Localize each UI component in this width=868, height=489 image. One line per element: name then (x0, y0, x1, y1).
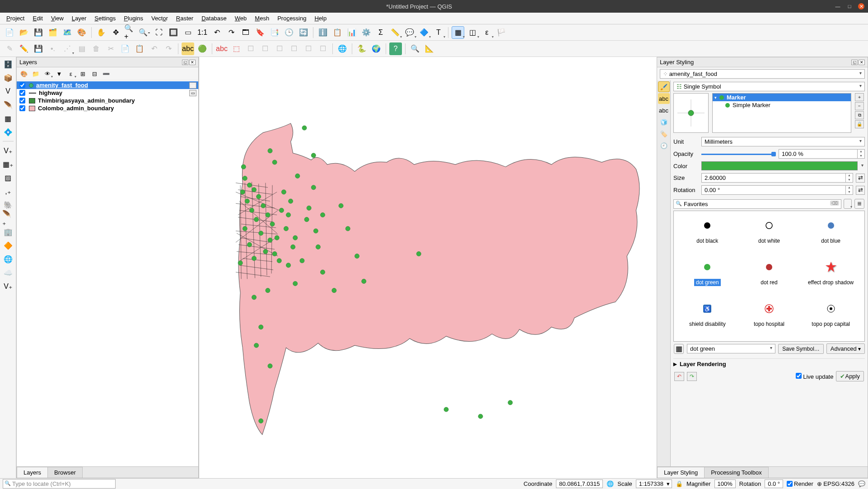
scale-field[interactable]: 1:157338▾ (636, 480, 672, 488)
new-spatialite-icon[interactable]: 🪶 (2, 99, 14, 111)
zoom-native-icon[interactable]: 1:1 (196, 26, 209, 39)
save-symbol-button[interactable]: Save Symbol… (778, 344, 824, 354)
remove-layer-icon[interactable]: ➖ (101, 69, 111, 79)
map-tips-icon[interactable]: 💬 (403, 26, 416, 39)
layer-row-colombo[interactable]: Colombo_admin_boundary (17, 104, 198, 112)
menu-layer[interactable]: Layer (68, 14, 90, 23)
symbol-settings-icon[interactable]: ≡ (854, 199, 864, 209)
vtab-labels-icon[interactable]: abc (658, 93, 670, 104)
apply-button[interactable]: ✔Apply (836, 371, 864, 381)
add-wms-icon[interactable]: 🌐 (2, 253, 14, 265)
manage-visibility-icon[interactable]: 👁 (42, 69, 52, 79)
magnifier-field[interactable]: 100% (714, 480, 736, 488)
label-tb3-icon[interactable]: ☐ (244, 42, 257, 55)
grid-view-icon[interactable]: ▦ (674, 344, 684, 354)
add-postgis-icon[interactable]: 🐘 (2, 198, 14, 211)
label-tb7-icon[interactable]: ☐ (302, 42, 315, 55)
symbol-dot-white[interactable]: dot white (739, 215, 799, 254)
menu-edit[interactable]: Edit (29, 14, 46, 23)
pan-to-selection-icon[interactable]: ✥ (109, 26, 122, 39)
statistics-icon[interactable]: Σ (374, 26, 387, 39)
layer-checkbox[interactable] (19, 90, 25, 96)
pan-icon[interactable]: ✋ (95, 26, 107, 39)
minimize-button[interactable]: — (835, 3, 841, 9)
label-tb6-icon[interactable]: ☐ (288, 42, 300, 55)
layer-checkbox[interactable] (19, 98, 25, 103)
symbol-effect-drop-shadow[interactable]: effect drop shadow (801, 256, 861, 296)
label-tb8-icon[interactable]: ☐ (317, 42, 329, 55)
target-layer-combo[interactable]: ⁘ amenity_fast_food (660, 69, 865, 79)
deselect-icon[interactable]: ◫ (466, 26, 479, 39)
menu-web[interactable]: Web (231, 14, 251, 23)
layer-indicator-icon[interactable]: ▭ (189, 90, 196, 96)
lock-scale-icon[interactable]: 🔒 (676, 480, 683, 487)
extents-icon[interactable]: 🌐 (607, 480, 614, 487)
add-vector-icon[interactable]: V₊ (2, 144, 14, 157)
menu-help[interactable]: Help (311, 14, 330, 23)
undo-style-icon[interactable]: ↶ (674, 372, 684, 381)
symbol-filter-icon[interactable] (844, 199, 852, 209)
cut-features-icon[interactable]: ✂ (104, 42, 117, 55)
save-project-icon[interactable]: 💾 (32, 26, 45, 39)
unit-combo[interactable]: Millimeters (701, 137, 865, 146)
map-canvas[interactable] (199, 57, 657, 478)
add-spatialite-icon[interactable]: 🪶₊ (2, 212, 14, 225)
symbol-topo-hospital[interactable]: topo hospital (739, 298, 799, 338)
locator-input[interactable]: Type to locate (Ctrl+K) (3, 479, 116, 489)
annotation-icon[interactable]: T (432, 26, 445, 39)
add-symlayer-icon[interactable]: ＋ (855, 93, 864, 101)
new-map-view-icon[interactable]: 🗔 (239, 26, 252, 39)
zoom-in-icon[interactable]: 🔍+ (124, 26, 136, 39)
select-by-value-icon[interactable]: ▦ (452, 26, 464, 39)
open-project-icon[interactable]: 📂 (18, 26, 30, 39)
python-console-icon[interactable]: 🐍 (355, 42, 368, 55)
layer-indicator-icon[interactable]: ▭ (189, 82, 196, 89)
metasearch-icon[interactable]: 🌍 (370, 42, 383, 55)
opacity-slider[interactable] (701, 151, 776, 157)
measure-icon[interactable]: 📏 (389, 26, 401, 39)
maximize-button[interactable]: □ (846, 3, 853, 9)
open-layer-styling-icon[interactable]: 🎨 (19, 69, 29, 79)
tab-layers[interactable]: Layers (17, 467, 48, 478)
refresh-icon[interactable]: 🔄 (297, 26, 310, 39)
add-mssql-icon[interactable]: 🏢 (2, 226, 14, 238)
new-shapefile-icon[interactable]: V (2, 85, 14, 98)
open-data-source-icon[interactable]: 🗄️ (2, 58, 14, 71)
zoom-next-icon[interactable]: ↷ (225, 26, 238, 39)
tab-processing-toolbox[interactable]: Processing Toolbox (704, 467, 769, 478)
current-edits-icon[interactable]: ✎ (3, 42, 16, 55)
label-tb4-icon[interactable]: ☐ (259, 42, 271, 55)
live-update-checkbox[interactable]: Live update (796, 373, 834, 380)
labeling-icon[interactable]: abc (182, 42, 194, 55)
toolbox-icon[interactable]: ⚙️ (360, 26, 373, 39)
rotation-input[interactable]: 0.00 °▲▼ (701, 185, 853, 195)
add-wfs-icon[interactable]: ☁️ (2, 266, 14, 279)
show-bookmarks-icon[interactable]: 📑 (268, 26, 281, 39)
close-panel-icon[interactable]: ✕ (859, 60, 865, 65)
expand-all-icon[interactable]: ⊞ (78, 69, 88, 79)
help-icon[interactable]: ? (389, 42, 402, 55)
coordinate-field[interactable]: 80.0861,7.0315 (556, 480, 603, 488)
symbol-dot-black[interactable]: dot black (677, 215, 737, 254)
label-toolbar-2-icon[interactable]: ⬚ (230, 42, 243, 55)
status-rotation-field[interactable]: 0.0 ° (765, 480, 783, 488)
identify-icon[interactable]: ℹ️ (317, 26, 329, 39)
duplicate-symlayer-icon[interactable]: ⧉ (855, 111, 864, 119)
menu-vector[interactable]: Vector (148, 14, 172, 23)
layer-checkbox[interactable] (19, 105, 25, 111)
add-delimited-icon[interactable]: ,₊ (2, 185, 14, 197)
vtab-masks-icon[interactable]: abc (658, 105, 670, 116)
new-spatial-bookmark-icon[interactable]: 🔖 (254, 26, 266, 39)
size-input[interactable]: 2.60000▲▼ (701, 173, 853, 183)
new-virtual-icon[interactable]: ▦ (2, 112, 14, 125)
add-virtual-layer-icon[interactable]: V₊ (2, 280, 14, 292)
layers-tree[interactable]: amenity_fast_food ▭ highway ▭ Thimbiriga… (17, 80, 198, 466)
vtab-diagrams-icon[interactable]: 🏷️ (658, 128, 670, 139)
layer-checkbox[interactable] (19, 82, 25, 88)
new-project-icon[interactable]: 📄 (3, 26, 16, 39)
tab-browser[interactable]: Browser (47, 467, 83, 478)
menu-project[interactable]: Project (3, 14, 28, 23)
menu-database[interactable]: Database (198, 14, 230, 23)
symbol-tree-marker[interactable]: ▾ Marker (713, 94, 851, 101)
renderer-combo[interactable]: ☷ Single Symbol (673, 82, 865, 91)
